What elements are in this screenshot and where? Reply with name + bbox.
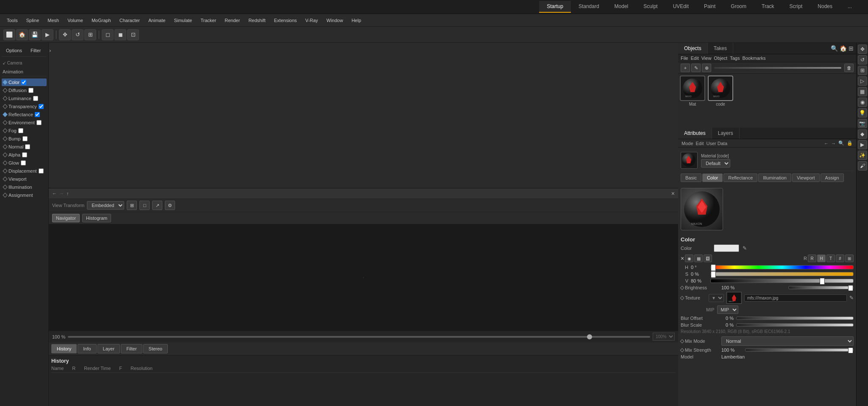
menu-render[interactable]: Render	[221, 16, 243, 25]
top-nav-tab-more[interactable]: ...	[840, 1, 860, 13]
nav-bump[interactable]: Bump	[2, 135, 47, 143]
material-default-select[interactable]: Default	[701, 159, 730, 168]
pv-navigator-btn[interactable]: Navigator	[52, 214, 80, 222]
cb-reflectance[interactable]	[35, 112, 40, 117]
menu-help[interactable]: Help	[348, 16, 364, 25]
obj-slider[interactable]	[714, 67, 841, 69]
obj-snap-btn[interactable]: ⊕	[702, 64, 711, 72]
pv-close[interactable]: ×	[671, 190, 675, 197]
tool-new[interactable]: ⬜	[3, 29, 15, 40]
sidebar-filter[interactable]: Filter	[27, 46, 44, 55]
nav-environment[interactable]: Environment	[2, 119, 47, 126]
pv-view-icon3[interactable]: ↗	[152, 201, 162, 210]
top-nav-tab-uvedit[interactable]: UVEdit	[665, 1, 696, 13]
pv-tab-filter[interactable]: Filter	[121, 344, 142, 353]
tab-layers[interactable]: Layers	[712, 128, 740, 139]
nav-luminance[interactable]: Luminance	[2, 95, 47, 102]
color-close-icon[interactable]: ×	[681, 255, 684, 262]
nav-fog[interactable]: Fog	[2, 127, 47, 134]
obj-menu-edit[interactable]: Edit	[691, 56, 699, 61]
rs-sphere-icon[interactable]: ◉	[858, 98, 867, 107]
menu-mograph[interactable]: MoGraph	[88, 16, 114, 25]
cb-diffusion[interactable]	[28, 88, 33, 93]
cb-glow[interactable]	[21, 160, 26, 165]
nav-normal[interactable]: Normal	[2, 143, 47, 151]
menu-vray[interactable]: V-Ray	[302, 16, 321, 25]
pv-tab-layer[interactable]: Layer	[97, 344, 120, 353]
menu-mesh[interactable]: Mesh	[44, 16, 62, 25]
attr-search-icon[interactable]: 🔍	[838, 140, 844, 146]
cb-bump[interactable]	[22, 136, 28, 141]
rs-cube-icon[interactable]: ▦	[858, 87, 867, 96]
rs-render-icon[interactable]: ▶	[858, 140, 867, 149]
tab-attributes[interactable]: Attributes	[678, 128, 712, 139]
cb-fog[interactable]	[18, 128, 23, 133]
tool-rotate[interactable]: ↺	[72, 29, 83, 40]
cb-alpha[interactable]	[22, 152, 27, 157]
obj-menu-view[interactable]: View	[701, 56, 712, 61]
attr-nav-forward[interactable]: →	[831, 141, 836, 146]
search-icon[interactable]: 🔍	[831, 45, 838, 52]
menu-extensions[interactable]: Extensions	[271, 16, 300, 25]
top-nav-tab-groom[interactable]: Groom	[723, 1, 754, 13]
mat-tab-viewport[interactable]: Viewport	[792, 174, 820, 182]
menu-tracker[interactable]: Tracker	[197, 16, 220, 25]
mat-tab-basic[interactable]: Basic	[681, 174, 701, 182]
tab-takes[interactable]: Takes	[708, 43, 733, 54]
cb-environment[interactable]	[36, 120, 42, 125]
tool-mode3[interactable]: ⊡	[127, 29, 139, 40]
pv-zoom-select[interactable]: 100%	[653, 333, 675, 341]
texture-sampling-select[interactable]: MIP	[717, 305, 738, 314]
rs-light-icon[interactable]: 💡	[858, 108, 867, 118]
color-r-btn[interactable]: R	[808, 255, 816, 262]
cb-color[interactable]	[21, 80, 26, 85]
pv-view-icon2[interactable]: □	[139, 201, 150, 210]
obj-add-btn[interactable]: +	[681, 64, 690, 72]
nav-transparency[interactable]: Transparency	[2, 103, 47, 110]
obj-delete-btn[interactable]: 🗑	[844, 64, 854, 72]
texture-dropdown[interactable]: ▼	[709, 294, 724, 302]
menu-window[interactable]: Window	[323, 16, 346, 25]
menu-redshift[interactable]: Redshift	[245, 16, 269, 25]
top-nav-tab-paint[interactable]: Paint	[696, 1, 723, 13]
top-nav-tab-nodes[interactable]: Nodes	[810, 1, 840, 13]
tool-move[interactable]: ✥	[59, 29, 71, 40]
mat-tab-reflectance[interactable]: Reflectance	[723, 174, 757, 182]
nav-assignment[interactable]: Assignment	[2, 191, 47, 199]
nav-alpha[interactable]: Alpha	[2, 151, 47, 159]
cb-displacement[interactable]	[39, 168, 44, 174]
top-nav-tab-model[interactable]: Model	[607, 1, 636, 13]
mat-tab-illumination[interactable]: Illumination	[758, 174, 791, 182]
color-wheel-icon[interactable]: ◉	[685, 255, 693, 262]
top-nav-tab-standard[interactable]: Standard	[571, 1, 607, 13]
rs-paint-icon[interactable]: 🖌	[858, 161, 867, 171]
rs-camera-icon[interactable]: 📷	[858, 119, 867, 128]
attr-lock-icon[interactable]: 🔒	[847, 140, 853, 146]
color-img-icon[interactable]: 🖼	[704, 255, 712, 262]
tool-render[interactable]: ▶	[42, 29, 53, 40]
pv-view-icon1[interactable]: ⊞	[127, 201, 137, 210]
attr-mode-edit[interactable]: Edit	[696, 141, 704, 146]
blur-offset-bar[interactable]	[736, 316, 854, 320]
rs-scale-icon[interactable]: ⊞	[858, 66, 867, 75]
value-bar[interactable]	[710, 279, 854, 283]
nav-illumination[interactable]: Illumination	[2, 183, 47, 191]
color-hash-btn[interactable]: #	[836, 255, 844, 262]
rs-rotate-icon[interactable]: ↺	[858, 55, 867, 64]
obj-code-img[interactable]: MAXO	[708, 76, 733, 101]
obj-menu-object[interactable]: Object	[714, 56, 727, 61]
pv-tab-info[interactable]: Info	[78, 344, 96, 353]
mat-tab-color[interactable]: Color	[702, 174, 723, 182]
attr-mode-mode[interactable]: Mode	[682, 141, 693, 146]
color-edit-pencil[interactable]: ✎	[743, 245, 747, 251]
pv-forward[interactable]: →	[59, 191, 64, 196]
expand-icon[interactable]: ⊞	[849, 45, 854, 52]
top-nav-tab-sculpt[interactable]: Sculpt	[636, 1, 665, 13]
rs-select-icon[interactable]: ▷	[858, 76, 867, 86]
pv-histogram-btn[interactable]: Histogram	[82, 214, 111, 222]
cb-normal[interactable]	[25, 144, 30, 149]
texture-edit-icon[interactable]: ✎	[849, 295, 854, 301]
obj-menu-file[interactable]: File	[681, 56, 688, 61]
pv-up[interactable]: ↑	[67, 191, 69, 196]
tool-open[interactable]: 🏠	[16, 29, 28, 40]
